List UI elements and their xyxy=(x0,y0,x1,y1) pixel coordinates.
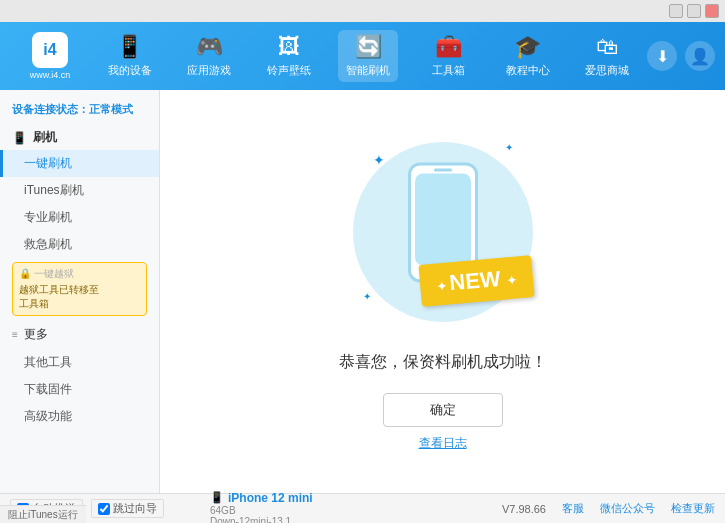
skip-wizard-checkbox[interactable]: 跳过向导 xyxy=(91,499,164,518)
status-label: 设备连接状态： xyxy=(12,103,89,115)
minimize-button[interactable] xyxy=(669,4,683,18)
header: i4 www.i4.cn 📱 我的设备 🎮 应用游戏 🖼 铃声壁纸 🔄 智能刷机… xyxy=(0,22,725,90)
success-illustration: ✦ ✦ ✦ NEW xyxy=(343,132,543,332)
success-message: 恭喜您，保资料刷机成功啦！ xyxy=(339,352,547,373)
nav-my-device[interactable]: 📱 我的设备 xyxy=(100,30,160,82)
goto-log-link[interactable]: 查看日志 xyxy=(419,435,467,452)
my-device-label: 我的设备 xyxy=(108,63,152,78)
mall-icon: 🛍 xyxy=(596,34,618,60)
nav-mall[interactable]: 🛍 爱思商城 xyxy=(577,30,637,82)
sidebar-item-download-fw[interactable]: 下载固件 xyxy=(0,376,159,403)
device-icon: 📱 xyxy=(210,491,224,504)
status-bar: 设备连接状态：正常模式 xyxy=(0,98,159,125)
nav-apps-games[interactable]: 🎮 应用游戏 xyxy=(179,30,239,82)
version-label: V7.98.66 xyxy=(502,503,546,515)
status-value: 正常模式 xyxy=(89,103,133,115)
flash-section-icon: 📱 xyxy=(12,131,27,145)
smart-flash-icon: 🔄 xyxy=(355,34,382,60)
nav-tutorial[interactable]: 🎓 教程中心 xyxy=(498,30,558,82)
header-right: ⬇ 👤 xyxy=(647,41,715,71)
mall-label: 爱思商城 xyxy=(585,63,629,78)
sidebar-item-one-key-flash[interactable]: 一键刷机 xyxy=(0,150,159,177)
sidebar-item-pro-flash[interactable]: 专业刷机 xyxy=(0,204,159,231)
sidebar-item-other-tools[interactable]: 其他工具 xyxy=(0,349,159,376)
skip-wizard-input[interactable] xyxy=(98,503,110,515)
bottom-right: V7.98.66 客服 微信公众号 检查更新 xyxy=(502,501,715,516)
download-button[interactable]: ⬇ xyxy=(647,41,677,71)
sidebar-section-flash: 📱 刷机 一键刷机 iTunes刷机 专业刷机 救急刷机 xyxy=(0,125,159,258)
user-button[interactable]: 👤 xyxy=(685,41,715,71)
smart-flash-label: 智能刷机 xyxy=(346,63,390,78)
toolbox-icon: 🧰 xyxy=(435,34,462,60)
titlebar xyxy=(0,0,725,22)
device-storage: 64GB xyxy=(210,505,370,516)
wallpaper-icon: 🖼 xyxy=(278,34,300,60)
itunes-label: 阻止iTunes运行 xyxy=(8,508,78,522)
flash-section-label: 刷机 xyxy=(33,129,57,146)
sidebar-item-save-flash[interactable]: 救急刷机 xyxy=(0,231,159,258)
sidebar-section-flash-header: 📱 刷机 xyxy=(0,125,159,150)
close-button[interactable] xyxy=(705,4,719,18)
customer-service-link[interactable]: 客服 xyxy=(562,501,584,516)
bottom-device-info: 📱 iPhone 12 mini 64GB Down-12mini-13,1 xyxy=(210,491,370,524)
toolbox-label: 工具箱 xyxy=(432,63,465,78)
sidebar-more-header: ≡ 更多 xyxy=(0,320,159,349)
nav-toolbox[interactable]: 🧰 工具箱 xyxy=(418,30,478,82)
nav-bar: 📱 我的设备 🎮 应用游戏 🖼 铃声壁纸 🔄 智能刷机 🧰 工具箱 🎓 教程中心… xyxy=(90,30,647,82)
sidebar-notice: 🔒 一键越狱 越狱工具已转移至 工具箱 xyxy=(12,262,147,316)
sidebar: 设备连接状态：正常模式 📱 刷机 一键刷机 iTunes刷机 专业刷机 救急刷机… xyxy=(0,90,160,493)
check-update-link[interactable]: 检查更新 xyxy=(671,501,715,516)
logo-site: www.i4.cn xyxy=(30,70,71,80)
logo: i4 www.i4.cn xyxy=(10,32,90,80)
sparkle-2: ✦ xyxy=(505,142,513,153)
tutorial-icon: 🎓 xyxy=(514,34,541,60)
logo-icon: i4 xyxy=(32,32,68,68)
phone-screen xyxy=(415,173,471,265)
sidebar-item-itunes-flash[interactable]: iTunes刷机 xyxy=(0,177,159,204)
sparkle-1: ✦ xyxy=(373,152,385,168)
apps-games-icon: 🎮 xyxy=(196,34,223,60)
wallpaper-label: 铃声壁纸 xyxy=(267,63,311,78)
sparkle-3: ✦ xyxy=(363,291,371,302)
tutorial-label: 教程中心 xyxy=(506,63,550,78)
apps-games-label: 应用游戏 xyxy=(187,63,231,78)
main: 设备连接状态：正常模式 📱 刷机 一键刷机 iTunes刷机 专业刷机 救急刷机… xyxy=(0,90,725,493)
sidebar-item-advanced[interactable]: 高级功能 xyxy=(0,403,159,430)
confirm-button[interactable]: 确定 xyxy=(383,393,503,427)
maximize-button[interactable] xyxy=(687,4,701,18)
phone-speaker xyxy=(434,168,452,171)
my-device-icon: 📱 xyxy=(116,34,143,60)
itunes-bar: 阻止iTunes运行 xyxy=(0,505,86,523)
bottombar: 自动推送 跳过向导 📱 iPhone 12 mini 64GB Down-12m… xyxy=(0,493,725,523)
nav-smart-flash[interactable]: 🔄 智能刷机 xyxy=(338,30,398,82)
device-name: iPhone 12 mini xyxy=(228,491,313,505)
nav-wallpaper[interactable]: 🖼 铃声壁纸 xyxy=(259,30,319,82)
more-section-icon: ≡ xyxy=(12,329,18,340)
device-model: Down-12mini-13,1 xyxy=(210,516,370,524)
content-area: ✦ ✦ ✦ NEW 恭喜您，保资料刷机成功啦！ 确定 查看日志 xyxy=(160,90,725,493)
wechat-link[interactable]: 微信公众号 xyxy=(600,501,655,516)
